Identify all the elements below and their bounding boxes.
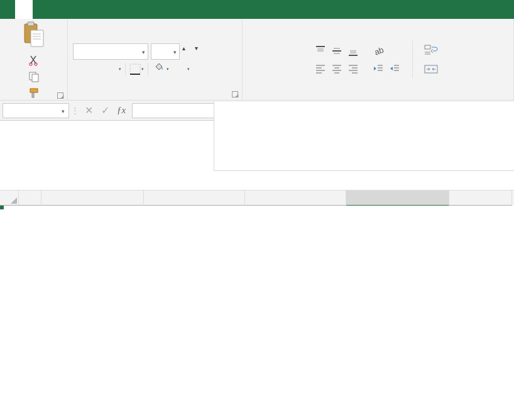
merge-center-icon — [424, 63, 438, 75]
group-clipboard — [0, 19, 68, 100]
tab-page-layout[interactable] — [50, 0, 68, 19]
bucket-icon — [154, 62, 164, 73]
copy-button[interactable] — [28, 71, 40, 82]
group-label-alignment — [248, 97, 508, 99]
align-center-button[interactable] — [331, 62, 343, 75]
svg-text:ab: ab — [373, 45, 385, 57]
wrap-text-icon — [424, 44, 438, 57]
align-middle-button[interactable] — [331, 45, 343, 57]
decrease-indent-button[interactable] — [372, 62, 385, 75]
svg-rect-42 — [425, 45, 430, 49]
dialog-launcher-icon[interactable] — [57, 92, 63, 99]
svg-rect-10 — [30, 89, 38, 92]
wrap-text-button[interactable] — [424, 44, 442, 57]
ribbon: ▾ ▾ ▴ ▾ ▾ — [0, 19, 514, 101]
orientation-button[interactable]: ab — [372, 45, 385, 57]
font-color-bar — [174, 68, 185, 70]
col-header-e[interactable] — [346, 191, 449, 206]
select-all-corner[interactable] — [0, 191, 19, 206]
enter-formula-button[interactable]: ✓ — [97, 103, 113, 118]
fill-handle[interactable] — [0, 206, 4, 209]
chevron-down-icon: ▾ — [142, 49, 145, 55]
tab-data[interactable] — [85, 0, 103, 19]
paste-icon — [23, 21, 45, 50]
align-top-button[interactable] — [314, 45, 327, 57]
chevron-down-icon: ▾ — [187, 67, 190, 72]
shrink-font-button[interactable]: ▾ — [195, 48, 206, 55]
tab-insert[interactable] — [33, 0, 50, 19]
col-header-f[interactable] — [449, 191, 512, 206]
svg-rect-1 — [28, 22, 34, 26]
dialog-launcher-icon[interactable] — [232, 91, 238, 97]
font-size-select[interactable]: ▾ — [151, 43, 180, 60]
group-label-clipboard — [5, 99, 62, 100]
paste-button[interactable] — [23, 21, 45, 51]
tab-formulas[interactable] — [68, 0, 85, 19]
cancel-formula-button[interactable]: ✕ — [80, 103, 97, 118]
ribbon-tabs — [0, 0, 514, 19]
align-right-button[interactable] — [347, 62, 359, 75]
chevron-down-icon: ▾ — [141, 67, 144, 72]
name-box[interactable]: ▾ — [3, 103, 69, 118]
group-label-font — [73, 97, 237, 99]
col-header-a[interactable] — [19, 191, 41, 206]
fill-color-bar — [153, 73, 165, 75]
tab-file[interactable] — [0, 0, 15, 19]
col-header-b[interactable] — [41, 191, 144, 206]
tab-home[interactable] — [15, 0, 33, 19]
tab-review[interactable] — [103, 0, 121, 19]
grow-font-button[interactable]: ▴ — [182, 48, 194, 55]
chevron-down-icon: ▾ — [173, 49, 177, 55]
group-alignment: ab — [243, 19, 514, 100]
merge-center-button[interactable] — [424, 63, 442, 75]
svg-rect-12 — [130, 64, 140, 74]
increase-indent-button[interactable] — [388, 62, 401, 75]
cut-button[interactable] — [28, 55, 40, 66]
font-color-button[interactable]: ▾ — [173, 67, 190, 72]
column-headers — [0, 190, 514, 206]
svg-rect-2 — [31, 30, 43, 47]
col-header-d[interactable] — [245, 191, 346, 206]
insert-function-button[interactable]: ƒx — [113, 103, 129, 118]
group-font: ▾ ▾ ▴ ▾ ▾ — [68, 19, 243, 100]
chevron-down-icon: ▾ — [62, 108, 65, 114]
spreadsheet-grid[interactable] — [0, 190, 514, 206]
borders-icon — [129, 64, 141, 75]
chevron-down-icon[interactable]: ▾ — [119, 67, 121, 72]
borders-button[interactable]: ▾ — [129, 64, 144, 75]
fill-color-button[interactable]: ▾ — [152, 62, 169, 75]
svg-rect-9 — [32, 74, 38, 82]
expanded-formula-area — [214, 102, 514, 171]
align-bottom-button[interactable] — [347, 45, 359, 57]
format-painter-button[interactable] — [28, 87, 40, 99]
font-name-select[interactable]: ▾ — [73, 43, 148, 60]
chevron-down-icon: ▾ — [167, 67, 169, 72]
align-left-button[interactable] — [314, 62, 327, 75]
col-header-c[interactable] — [144, 191, 245, 206]
svg-rect-11 — [32, 92, 34, 97]
